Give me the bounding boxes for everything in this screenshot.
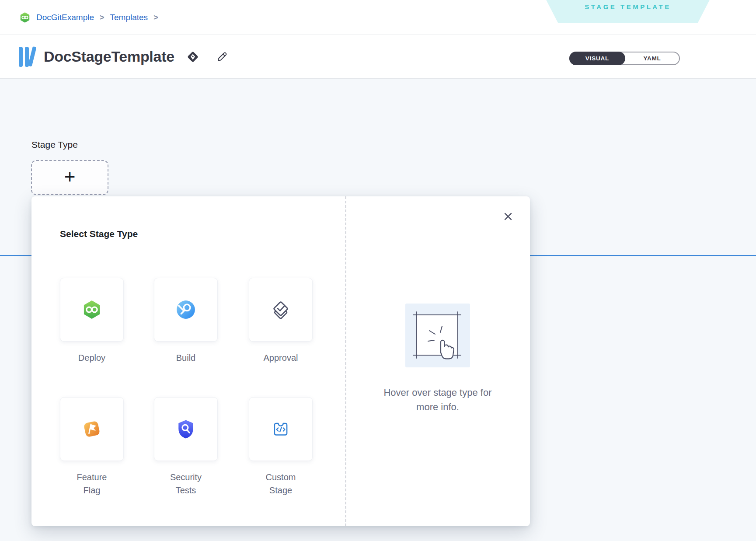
stage-type-label-approval: Approval bbox=[258, 351, 304, 364]
stage-type-card-custom-stage[interactable] bbox=[249, 397, 313, 461]
toggle-yaml-button[interactable]: YAML bbox=[625, 52, 679, 64]
hover-info-container: Hover over stage type for more info. bbox=[345, 385, 530, 414]
stage-type-card-deploy[interactable] bbox=[60, 278, 124, 342]
stage-type-label-build: Build bbox=[163, 351, 209, 364]
approval-check-diamond-icon bbox=[271, 300, 291, 320]
add-stage-button[interactable]: + bbox=[31, 160, 108, 195]
breadcrumb: DocGitExample > Templates > bbox=[19, 0, 158, 35]
pipeline-canvas: Stage Type + Select Stage Type Deploy bbox=[0, 79, 756, 541]
title-group: DocStageTemplate bbox=[18, 35, 228, 78]
stage-template-badge-label: STAGE TEMPLATE bbox=[585, 3, 671, 10]
stage-type-label-feature-flag: Feature Flag bbox=[69, 471, 115, 497]
stage-type-cell-approval: Approval bbox=[249, 278, 313, 364]
stage-type-label: Stage Type bbox=[31, 140, 78, 150]
page-title: DocStageTemplate bbox=[44, 48, 174, 65]
stage-type-cell-security-tests: Security Tests bbox=[154, 397, 218, 497]
stage-type-cell-build: Build bbox=[154, 278, 218, 364]
select-stage-type-modal: Select Stage Type Deploy bbox=[31, 196, 530, 526]
breadcrumb-project-link[interactable]: DocGitExample bbox=[36, 13, 94, 22]
modal-title: Select Stage Type bbox=[60, 229, 138, 239]
project-hexagon-icon bbox=[19, 12, 31, 23]
modal-panel-divider bbox=[345, 196, 346, 526]
edit-pencil-icon[interactable] bbox=[216, 51, 228, 63]
title-bar: DocStageTemplate VISUAL YAML bbox=[0, 35, 756, 79]
harness-cd-hexagon-icon bbox=[82, 300, 102, 320]
harness-ci-circle-icon bbox=[176, 300, 196, 320]
template-library-icon bbox=[18, 46, 36, 67]
modal-close-button[interactable] bbox=[501, 209, 515, 223]
feature-flag-icon bbox=[82, 419, 102, 439]
stage-type-card-security-tests[interactable] bbox=[154, 397, 218, 461]
stage-type-card-approval[interactable] bbox=[249, 278, 313, 342]
hover-info-text: Hover over stage type for more info. bbox=[372, 385, 503, 414]
stage-type-card-build[interactable] bbox=[154, 278, 218, 342]
close-x-icon bbox=[503, 212, 513, 221]
security-shield-search-icon bbox=[176, 419, 196, 439]
custom-stage-code-icon bbox=[271, 419, 291, 439]
click-square-hand-illustration bbox=[405, 304, 470, 367]
stage-type-cell-custom-stage: Custom Stage bbox=[249, 397, 313, 497]
stage-type-cell-feature-flag: Feature Flag bbox=[60, 397, 124, 497]
stage-type-label-custom-stage: Custom Stage bbox=[258, 471, 304, 497]
template-diamond-icon bbox=[186, 50, 200, 64]
stage-type-card-feature-flag[interactable] bbox=[60, 397, 124, 461]
stage-type-cell-deploy: Deploy bbox=[60, 278, 124, 364]
stage-template-badge: STAGE TEMPLATE bbox=[544, 0, 712, 23]
breadcrumb-separator-icon: > bbox=[153, 13, 158, 22]
stage-template-editor-screen: DocGitExample > Templates > STAGE TEMPLA… bbox=[0, 0, 756, 541]
toggle-visual-button[interactable]: VISUAL bbox=[569, 52, 625, 65]
stage-type-label-deploy: Deploy bbox=[69, 351, 115, 364]
visual-yaml-toggle: VISUAL YAML bbox=[569, 52, 680, 65]
breadcrumb-separator-icon: > bbox=[100, 13, 105, 22]
breadcrumb-templates-link[interactable]: Templates bbox=[110, 13, 148, 22]
stage-type-label-security-tests: Security Tests bbox=[163, 471, 209, 497]
